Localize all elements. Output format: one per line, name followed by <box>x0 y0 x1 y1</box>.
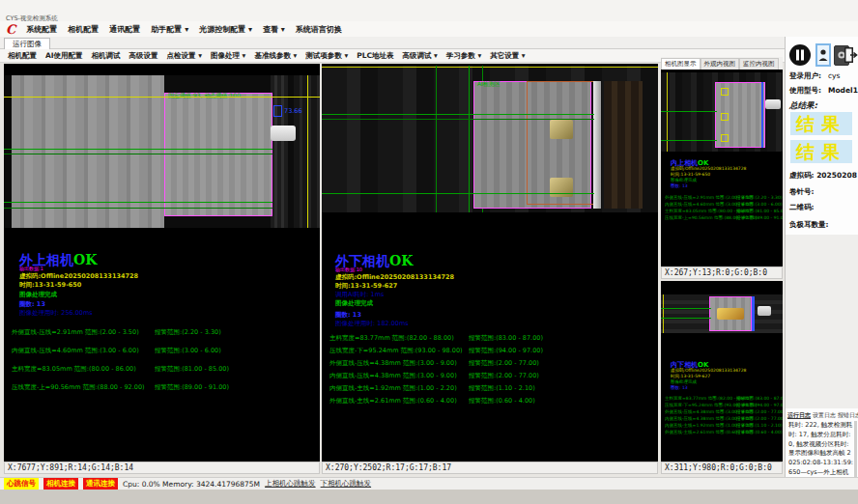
right-bottom-alarm-5: 报警范围:(0.60 - 4.00) <box>736 430 783 434</box>
right-bottom-camera-image <box>661 294 783 333</box>
log-tabstrip: 运行日志 设置日志 报错日志 <box>787 411 857 420</box>
right-top-alarm-1: 报警范围:(3.00 - 6.00) <box>736 202 783 207</box>
qr-label: 二维码: <box>789 203 815 212</box>
right-top-camera-image <box>661 72 783 152</box>
tool-test-params[interactable]: 测试项参数 ▾ <box>305 51 348 61</box>
tool-advanced-debug[interactable]: 高级调试 ▾ <box>402 51 437 61</box>
tool-image-process[interactable]: 图像处理 ▾ <box>211 51 245 61</box>
tab-run-image[interactable]: 运行图像 <box>4 38 50 49</box>
right-top-done: 图像处理完成 <box>671 178 697 182</box>
tool-advanced-settings[interactable]: 高级设置 <box>129 51 158 61</box>
middle-view-statusbar: X:270;Y:2502;R:17;G:17;B:17 <box>322 462 658 474</box>
left-meas-0: 外侧直线-压线=2.91mm 范围:(2.00 - 3.50) <box>12 328 139 337</box>
tool-ai-config[interactable]: AI使用配置 <box>45 51 83 61</box>
left-meas-3: 压线宽度-上=90.56mm 范围:(88.00 - 92.00) <box>12 383 145 392</box>
log-tab-errors[interactable]: 报错日志 <box>838 411 858 420</box>
log-tab-run[interactable]: 运行日志 <box>787 411 811 420</box>
tab-monitor-view[interactable]: 监控内视图 <box>739 58 779 70</box>
needle-label: 卷针号: <box>789 187 815 197</box>
left-view-statusbar: X:7677;Y:891;R:14;G:14;B:14 <box>4 462 320 474</box>
middle-meas-5: 外侧直线-主线=2.61mm 范围:(0.60 - 4.00) <box>329 397 457 406</box>
tool-baseline-params[interactable]: 基准线参数 ▾ <box>254 51 297 61</box>
middle-alarm-5: 报警范围:(0.60 - 4.00) <box>469 397 535 406</box>
left-proc-time: 图像处理用时: 256.00ms <box>19 309 93 318</box>
right-top-barcode: 虚拟码:Offline20250208133134728 <box>671 166 746 171</box>
menu-language-switch[interactable]: 系统语言切换 <box>296 24 342 35</box>
vcode-label: 虚拟码: 20250208 <box>789 171 857 181</box>
menu-bar: C 系统配置 相机配置 通讯配置 助手配置 ▾ 光源控制配置 ▾ 查看 ▾ 系统… <box>0 21 858 37</box>
tab-camera-display[interactable]: 相机图显示 <box>661 58 701 70</box>
right-bottom-loops: 圈数: 13 <box>671 385 688 390</box>
right-bottom-connector-part <box>758 306 771 316</box>
left-camera-view[interactable]: 固定阈值:93, 动态阈值:100 73.66 外上相机OK 输出数据:1 虚拟… <box>4 64 320 462</box>
left-done: 图像处理完成 <box>19 291 57 299</box>
log-scrollbar[interactable] <box>854 421 857 479</box>
bottom-margin <box>0 490 858 504</box>
tool-camera-debug[interactable]: 相机调试 <box>92 51 121 61</box>
camera-connect-badge: 相机连接 <box>43 478 78 490</box>
middle-proc-time: 图像处理用时: 182.00ms <box>335 320 409 328</box>
left-alarm-2: 报警范围:(81.00 - 85.00) <box>155 365 229 374</box>
right-top-camera-view[interactable]: 内上相机OK 虚拟码:Offline20250208133134728 时间:1… <box>661 70 783 266</box>
tab-count-label: 负极耳数量: <box>789 220 829 230</box>
app-statusbar: 心跳信号 相机连接 通讯连接 Cpu: 0.0% Memory: 3424.41… <box>0 477 858 490</box>
right-view-tabstrip: 相机图显示 外观内视图 监控内视图 <box>661 57 783 70</box>
menu-light-config[interactable]: 光源控制配置 ▾ <box>199 24 252 35</box>
menu-camera-config[interactable]: 相机配置 <box>68 24 99 35</box>
tool-plc-address[interactable]: PLC地址表 <box>357 51 393 61</box>
tool-learn-params[interactable]: 学习参数 ▾ <box>446 51 481 61</box>
comm-connect-badge: 通讯连接 <box>83 478 118 490</box>
right-top-alarm-3: 报警范围:(89.00 - 91.00) <box>736 215 783 220</box>
middle-meas-4: 内侧直线-主线=1.92mm 范围:(1.00 - 2.20) <box>329 384 457 393</box>
left-feature-value: 73.66 <box>284 107 302 115</box>
menu-assistant-config[interactable]: 助手配置 ▾ <box>151 24 188 35</box>
middle-camera-view[interactable]: AI检测区 外下相机OK 输出数据:10 虚拟码:Offline20250208… <box>322 64 658 462</box>
left-loops: 圈数: 13 <box>19 300 45 309</box>
model-label: 使用型号: <box>789 86 821 96</box>
top-cam-heartbeat-link[interactable]: 上相机心跳触发 <box>265 479 316 489</box>
middle-output-note: 输出数据:10 <box>335 266 362 272</box>
right-bottom-time: 时间:13-31-59-627 <box>671 374 710 378</box>
user-button[interactable] <box>815 43 831 67</box>
left-feature-box <box>273 105 282 117</box>
right-top-loops: 圈数: 13 <box>671 183 688 188</box>
middle-result-ok: OK <box>389 253 413 268</box>
right-bottom-alarm-4: 报警范围:(1.10 - 2.10) <box>736 423 783 428</box>
left-roi-box <box>164 93 272 216</box>
exit-button[interactable] <box>844 43 858 67</box>
tool-spot-check[interactable]: 点检设置 ▾ <box>167 51 202 61</box>
right-bottom-alarm-2: 报警范围:(2.00 - 77.00) <box>736 409 783 414</box>
middle-meas-0: 主料宽度=83.77mm 范围:(82.00 - 88.00) <box>329 334 454 343</box>
middle-done: 图像处理完成 <box>335 299 373 308</box>
tool-other-settings[interactable]: 其它设置 ▾ <box>490 51 525 61</box>
result-block-2: 结果 <box>790 140 852 163</box>
right-bottom-view-statusbar: X:311;Y:980;R:0;G:0;B:0 <box>661 462 783 474</box>
right-top-alarm-0: 报警范围:(2.20 - 3.30) <box>736 195 783 200</box>
menu-comm-config[interactable]: 通讯配置 <box>109 24 140 35</box>
menu-system-config[interactable]: 系统配置 <box>26 24 57 35</box>
menu-view[interactable]: 查看 ▾ <box>263 24 285 35</box>
middle-loops: 圈数: 13 <box>335 311 361 320</box>
right-bottom-camera-view[interactable]: 内下相机OK 虚拟码:Offline20250208133134728 时间:1… <box>661 281 783 462</box>
left-camera-image: 固定阈值:93, 动态阈值:100 73.66 <box>4 75 320 228</box>
panel-spacer <box>786 235 858 408</box>
left-alarm-3: 报警范围:(89.00 - 91.00) <box>155 383 229 392</box>
bottom-cam-heartbeat-link[interactable]: 下相机心跳触发 <box>321 479 372 489</box>
left-alarm-0: 报警范围:(2.20 - 3.30) <box>155 328 221 337</box>
left-meas-2: 主料宽度=83.05mm 范围:(80.00 - 86.00) <box>12 365 136 374</box>
vcode-value: 20250208 <box>816 171 857 180</box>
middle-camera-image: AI检测区 <box>322 66 658 212</box>
middle-alarm-0: 报警范围:(83.00 - 87.00) <box>469 334 543 343</box>
middle-alarm-1: 报警范围:(94.00 - 97.00) <box>469 347 543 355</box>
left-barcode: 虚拟码:Offline20250208133134728 <box>19 272 138 281</box>
user-icon <box>818 48 828 62</box>
result-block-1: 结果 <box>790 112 852 135</box>
tool-camera-config[interactable]: 相机配置 <box>8 51 37 61</box>
middle-ai-time: 调用AI耗时: 1ms <box>335 291 384 299</box>
right-bottom-done: 图像处理完成 <box>671 379 697 384</box>
log-tab-settings[interactable]: 设置日志 <box>813 411 836 420</box>
left-alarm-1: 报警范围:(3.00 - 6.00) <box>155 347 221 355</box>
pause-button[interactable] <box>787 42 813 68</box>
left-result-ok: OK <box>73 252 97 267</box>
tab-outer-view[interactable]: 外观内视图 <box>701 58 740 70</box>
